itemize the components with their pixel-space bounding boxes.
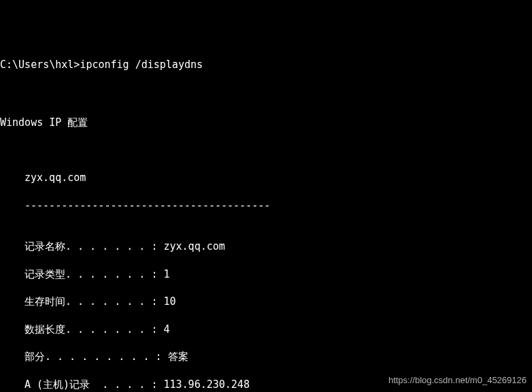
blank-line: [0, 144, 532, 157]
separator-line: ----------------------------------------: [0, 199, 532, 212]
blank-line: [0, 86, 532, 99]
value-record-name: zyx.qq.com: [164, 240, 225, 252]
label-section: 部分. . . . . . . . . :: [24, 350, 162, 363]
dns-record-row: 部分. . . . . . . . . : 答案: [0, 350, 532, 363]
label-a-record: A (主机)记录 . . . . :: [24, 378, 157, 391]
windows-ip-config-header: Windows IP 配置: [0, 116, 532, 129]
value-a-record: 113.96.230.248: [164, 378, 250, 391]
label-record-name: 记录名称. . . . . . . :: [24, 240, 157, 252]
value-section: 答案: [168, 350, 188, 363]
value-record-type: 1: [164, 268, 170, 280]
label-ttl: 生存时间. . . . . . . :: [24, 295, 157, 308]
label-data-len: 数据长度. . . . . . . :: [24, 323, 157, 336]
label-record-type: 记录类型. . . . . . . :: [24, 268, 157, 280]
watermark-text: https://blog.csdn.net/m0_45269126: [388, 374, 527, 387]
dns-hostname: zyx.qq.com: [0, 171, 532, 184]
dns-record-row: 生存时间. . . . . . . : 10: [0, 295, 532, 308]
dns-record-row: 记录名称. . . . . . . : zyx.qq.com: [0, 240, 532, 253]
dns-record-row: 记录类型. . . . . . . : 1: [0, 267, 532, 281]
value-data-len: 4: [164, 323, 170, 336]
command-prompt-line[interactable]: C:\Users\hxl>ipconfig /displaydns: [0, 58, 532, 71]
value-ttl: 10: [164, 295, 176, 308]
dns-record-row: 数据长度. . . . . . . : 4: [0, 323, 532, 336]
